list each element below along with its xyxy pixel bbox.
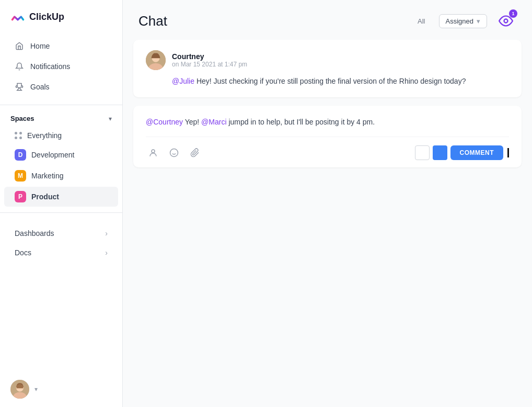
action-box-blue[interactable] — [433, 145, 447, 160]
home-icon — [15, 41, 24, 51]
message-meta: Courtney on Mar 15 2021 at 1:47 pm — [172, 52, 247, 68]
product-badge: P — [15, 191, 26, 202]
bell-icon — [15, 62, 24, 71]
sidebar-bottom-nav: Dashboards › Docs › — [0, 223, 122, 263]
reply-tools — [146, 145, 202, 160]
sidebar-divider-2 — [0, 212, 122, 213]
comment-button[interactable]: COMMENT — [450, 145, 504, 160]
sidebar-item-home[interactable]: Home — [4, 36, 118, 56]
sidebar-item-notifications[interactable]: Notifications — [4, 56, 118, 76]
chevron-down-icon: ▾ — [109, 115, 112, 122]
sidebar-item-goals-label: Goals — [30, 83, 50, 91]
chat-header: Chat All Assigned ▾ 1 — [123, 0, 532, 40]
message-card-courtney: Courtney on Mar 15 2021 at 1:47 pm @Juli… — [133, 40, 522, 97]
reply-card: @Courtney Yep! @Marci jumpd in to help, … — [133, 106, 522, 167]
filter-assigned[interactable]: Assigned ▾ — [439, 14, 487, 28]
person-icon[interactable] — [146, 145, 160, 160]
dots-grid-icon — [15, 132, 22, 139]
cursor-indicator — [507, 148, 509, 157]
message-mention: @Julie — [172, 77, 194, 85]
reply-body: @Courtney Yep! @Marci jumpd in to help, … — [146, 116, 509, 137]
sidebar-navigation: Home Notifications Goals — [0, 33, 122, 99]
marketing-badge: M — [15, 170, 26, 182]
sidebar-item-docs-label: Docs — [15, 248, 31, 257]
chat-title: Chat — [138, 13, 404, 29]
reply-mention2: @Marci — [201, 118, 226, 126]
svg-point-7 — [152, 150, 155, 153]
attachment-icon[interactable] — [188, 145, 202, 160]
chevron-right-icon-docs: › — [105, 248, 108, 257]
message-author: Courtney — [172, 52, 247, 61]
logo[interactable]: ClickUp — [0, 0, 122, 33]
development-badge: D — [15, 149, 26, 161]
reply-footer: COMMENT — [146, 145, 509, 160]
reply-text2: jumpd in to help, but I'll be positng it… — [227, 118, 375, 126]
sidebar-item-product-label: Product — [31, 193, 59, 201]
svg-point-3 — [504, 19, 508, 23]
spaces-section-header[interactable]: Spaces ▾ — [0, 110, 122, 127]
sidebar-item-everything[interactable]: Everything — [4, 127, 118, 144]
reply-actions: COMMENT — [415, 145, 510, 160]
message-header: Courtney on Mar 15 2021 at 1:47 pm — [146, 50, 509, 70]
filter-all[interactable]: All — [412, 15, 430, 27]
eye-button[interactable]: 1 — [495, 10, 516, 31]
sidebar: ClickUp Home Notifications Goals Spaces — [0, 0, 123, 407]
trophy-icon — [15, 82, 24, 92]
chevron-right-icon: › — [105, 229, 108, 238]
sidebar-item-dashboards-label: Dashboards — [15, 229, 54, 238]
reply-mention1: @Courtney — [146, 118, 183, 126]
sidebar-item-dashboards[interactable]: Dashboards › — [4, 224, 118, 243]
sidebar-item-home-label: Home — [30, 42, 50, 50]
sidebar-item-everything-label: Everything — [27, 131, 62, 140]
courtney-avatar — [146, 50, 166, 70]
sidebar-divider-1 — [0, 105, 122, 105]
assigned-chevron-icon: ▾ — [477, 17, 480, 25]
message-time: on Mar 15 2021 at 1:47 pm — [172, 61, 247, 68]
main-content: Chat All Assigned ▾ 1 — [123, 0, 532, 407]
emoji-icon[interactable] — [167, 145, 181, 160]
message-text: Hey! Just checking if you're still posti… — [194, 77, 466, 85]
eye-badge: 1 — [509, 9, 517, 18]
chevron-down-user-icon: ▾ — [34, 386, 38, 393]
logo-text: ClickUp — [29, 12, 64, 22]
sidebar-item-product[interactable]: P Product — [4, 187, 118, 207]
message-body: @Julie Hey! Just checking if you're stil… — [172, 75, 509, 87]
spaces-title: Spaces — [10, 115, 34, 122]
sidebar-item-goals[interactable]: Goals — [4, 77, 118, 97]
sidebar-item-marketing[interactable]: M Marketing — [4, 166, 118, 186]
sidebar-item-marketing-label: Marketing — [31, 172, 63, 180]
action-box-1[interactable] — [415, 145, 430, 160]
sidebar-item-development[interactable]: D Development — [4, 145, 118, 165]
reply-text1: Yep! — [183, 118, 201, 126]
avatar — [10, 380, 29, 399]
svg-point-8 — [170, 149, 178, 156]
sidebar-item-development-label: Development — [31, 151, 75, 159]
sidebar-item-docs[interactable]: Docs › — [4, 243, 118, 262]
sidebar-item-notifications-label: Notifications — [30, 62, 70, 71]
user-footer[interactable]: ▾ — [0, 371, 122, 407]
filter-assigned-label: Assigned — [446, 17, 473, 25]
chat-messages-area: Courtney on Mar 15 2021 at 1:47 pm @Juli… — [123, 40, 532, 407]
logo-icon — [10, 9, 25, 24]
